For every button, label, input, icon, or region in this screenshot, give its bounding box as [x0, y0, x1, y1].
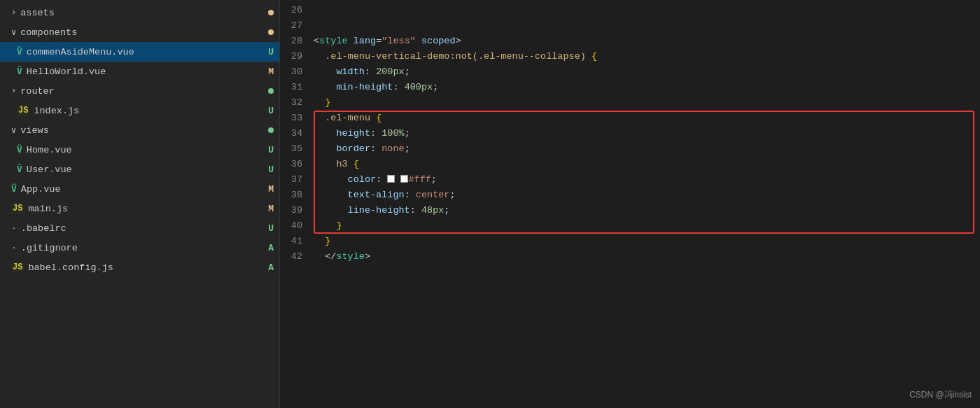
color-swatch-2 — [400, 175, 408, 183]
status-badge: A — [262, 243, 274, 253]
sidebar-item-main-js[interactable]: JS main.js M — [0, 199, 279, 218]
status-dot — [268, 10, 274, 15]
status-badge: U — [262, 223, 274, 234]
code-line-26: 26 — [280, 3, 980, 18]
code-line-42: 42 </style> — [280, 249, 980, 265]
code-line-33: 33 .el-menu { — [280, 111, 980, 126]
file-explorer: › assets ∨ components V̈ commenAsideMenu… — [0, 0, 280, 408]
js-icon: JS — [11, 262, 24, 273]
sidebar-item-label: .gitignore — [21, 243, 78, 253]
sidebar-item-Home[interactable]: V̈ Home.vue U — [0, 140, 279, 160]
status-dot — [268, 29, 274, 35]
vue-icon: V̈ — [17, 46, 22, 57]
code-line-28: 28 <style lang="less" scoped> — [280, 34, 980, 49]
sidebar-item-gitignore[interactable]: · .gitignore A — [0, 238, 279, 258]
sidebar-item-components[interactable]: ∨ components — [0, 22, 279, 42]
status-dot — [268, 127, 274, 133]
dot-file-icon: · — [11, 223, 17, 234]
code-line-32: 32 } — [280, 95, 980, 111]
sidebar-item-label: babel.config.js — [28, 262, 113, 273]
vue-icon: V̈ — [11, 183, 17, 195]
js-icon: JS — [11, 203, 24, 214]
code-line-31: 31 min-height: 400px; — [280, 80, 980, 95]
sidebar-item-label: main.js — [28, 204, 68, 214]
sidebar-item-babel-config[interactable]: JS babel.config.js A — [0, 258, 279, 277]
sidebar-item-label: index.js — [34, 106, 79, 116]
dot-file-icon: · — [11, 243, 17, 253]
status-badge: U — [262, 145, 274, 155]
status-badge: U — [262, 47, 274, 57]
sidebar-item-router[interactable]: › router — [0, 81, 279, 101]
status-badge: A — [262, 262, 274, 273]
chevron-right-icon: › — [11, 8, 16, 17]
code-editor: 26 27 28 <style lang="less" scoped> 29 .… — [280, 0, 980, 408]
vue-icon: V̈ — [17, 66, 22, 77]
sidebar-item-label: User.vue — [27, 164, 72, 175]
sidebar-item-label: views — [20, 125, 49, 136]
watermark: CSDN @冯insist — [909, 389, 972, 401]
sidebar-item-label: HelloWorld.vue — [27, 66, 106, 77]
status-badge: U — [262, 106, 274, 116]
code-line-36: 36 h3 { — [280, 157, 980, 172]
code-content: 26 27 28 <style lang="less" scoped> 29 .… — [280, 0, 980, 267]
sidebar-item-views[interactable]: ∨ views — [0, 120, 279, 140]
vue-icon: V̈ — [17, 164, 22, 175]
code-line-30: 30 width: 200px; — [280, 64, 980, 80]
status-badge: M — [262, 66, 274, 77]
code-line-34: 34 height: 100%; — [280, 126, 980, 141]
sidebar-item-HelloWorld[interactable]: V̈ HelloWorld.vue M — [0, 62, 279, 81]
sidebar-item-label: App.vue — [21, 184, 61, 195]
chevron-down-icon: ∨ — [11, 27, 16, 38]
sidebar-item-label: commenAsideMenu.vue — [27, 47, 134, 57]
sidebar-item-User[interactable]: V̈ User.vue U — [0, 160, 279, 179]
code-line-29: 29 .el-menu-vertical-demo:not(.el-menu--… — [280, 49, 980, 64]
sidebar-item-label: router — [20, 86, 55, 97]
js-icon: JS — [17, 105, 29, 116]
sidebar-item-babelrc[interactable]: · .babelrc U — [0, 218, 279, 238]
sidebar-item-assets[interactable]: › assets — [0, 3, 279, 22]
code-line-35: 35 border: none; — [280, 141, 980, 157]
chevron-right-icon: › — [11, 86, 16, 96]
sidebar-item-label: .babelrc — [21, 223, 66, 234]
code-line-27: 27 — [280, 18, 980, 34]
sidebar-item-commenAsideMenu[interactable]: V̈ commenAsideMenu.vue U — [0, 42, 279, 62]
code-line-39: 39 line-height: 48px; — [280, 203, 980, 218]
status-dot — [268, 88, 274, 94]
sidebar-item-index-js[interactable]: JS index.js U — [0, 101, 279, 120]
code-line-40: 40 } — [280, 218, 980, 234]
highlight-region: 33 .el-menu { 34 height: 100%; 35 border… — [280, 111, 980, 234]
chevron-down-icon: ∨ — [11, 125, 16, 136]
status-badge: M — [262, 184, 274, 195]
code-line-41: 41 } — [280, 234, 980, 249]
status-badge: M — [262, 204, 274, 214]
code-line-37: 37 color: #fff; — [280, 172, 980, 188]
sidebar-item-label: assets — [20, 8, 55, 18]
sidebar-item-label: Home.vue — [27, 145, 72, 155]
color-swatch-1 — [387, 175, 395, 183]
sidebar-item-label: components — [20, 27, 77, 38]
sidebar-item-App[interactable]: V̈ App.vue M — [0, 179, 279, 199]
code-line-38: 38 text-align: center; — [280, 188, 980, 203]
vue-icon: V̈ — [17, 144, 22, 155]
status-badge: U — [262, 164, 274, 175]
